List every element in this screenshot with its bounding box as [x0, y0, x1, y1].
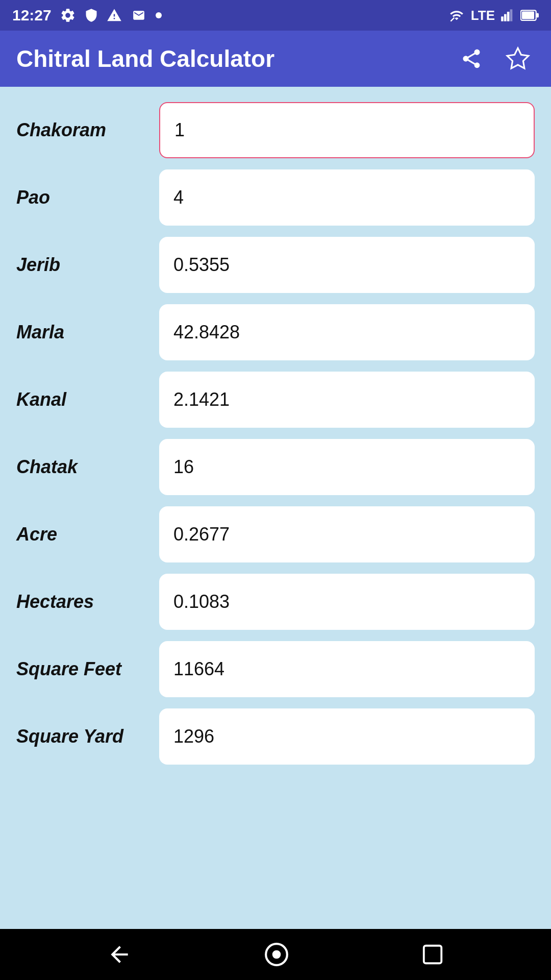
svg-point-9	[272, 950, 281, 959]
status-bar: 12:27	[0, 0, 551, 31]
field-row: Square Feet	[16, 641, 535, 697]
app-bar: Chitral Land Calculator	[0, 31, 551, 87]
field-row: Square Yard	[16, 708, 535, 765]
app-title: Chitral Land Calculator	[16, 45, 274, 72]
field-row: Chatak	[16, 439, 535, 495]
field-input-jerib[interactable]	[159, 237, 535, 293]
field-row: Chakoram	[16, 102, 535, 158]
bottom-nav	[0, 929, 551, 980]
field-label-jerib: Jerib	[16, 254, 159, 276]
field-label-hectares: Hectares	[16, 591, 159, 612]
field-input-marla[interactable]	[159, 304, 535, 360]
field-input-square-feet[interactable]	[159, 641, 535, 697]
svg-rect-6	[522, 12, 534, 19]
dot-icon	[156, 12, 162, 18]
field-input-pao[interactable]	[159, 169, 535, 226]
battery-icon	[520, 10, 539, 21]
share-button[interactable]	[456, 43, 487, 74]
star-icon	[505, 46, 531, 71]
field-label-chatak: Chatak	[16, 456, 159, 478]
share-icon	[460, 47, 483, 70]
app-bar-actions	[456, 42, 535, 76]
field-row: Acre	[16, 506, 535, 562]
svg-rect-3	[507, 12, 510, 21]
field-label-pao: Pao	[16, 187, 159, 208]
field-input-kanal[interactable]	[159, 372, 535, 428]
field-label-kanal: Kanal	[16, 389, 159, 410]
field-label-square-feet: Square Feet	[16, 658, 159, 680]
field-label-acre: Acre	[16, 524, 159, 545]
settings-icon	[60, 7, 76, 23]
field-label-square-yard: Square Yard	[16, 726, 159, 747]
recent-icon	[421, 943, 444, 966]
back-nav-button[interactable]	[102, 937, 137, 972]
svg-rect-2	[504, 14, 507, 21]
field-input-square-yard[interactable]	[159, 708, 535, 765]
field-row: Pao	[16, 169, 535, 226]
status-bar-right: LTE	[447, 8, 539, 23]
field-row: Kanal	[16, 372, 535, 428]
field-row: Marla	[16, 304, 535, 360]
field-input-hectares[interactable]	[159, 574, 535, 630]
status-bar-left: 12:27	[12, 7, 162, 24]
field-row: Hectares	[16, 574, 535, 630]
content-area: ChakoramPaoJeribMarlaKanalChatakAcreHect…	[0, 87, 551, 929]
signal-icon	[500, 8, 515, 22]
shield-icon	[84, 7, 98, 23]
field-row: Jerib	[16, 237, 535, 293]
svg-rect-1	[501, 16, 504, 21]
field-input-chatak[interactable]	[159, 439, 535, 495]
lte-label: LTE	[471, 8, 495, 23]
home-nav-button[interactable]	[259, 937, 294, 972]
field-input-chakoram[interactable]	[159, 102, 535, 158]
svg-rect-4	[510, 9, 513, 21]
alert-icon	[107, 8, 122, 23]
svg-line-0	[450, 18, 454, 21]
wifi-icon	[447, 8, 466, 22]
home-icon	[264, 942, 289, 967]
svg-rect-7	[537, 13, 539, 18]
field-label-chakoram: Chakoram	[16, 119, 159, 141]
status-time: 12:27	[12, 7, 52, 24]
field-input-acre[interactable]	[159, 506, 535, 562]
field-label-marla: Marla	[16, 322, 159, 343]
favorite-button[interactable]	[501, 42, 535, 76]
recent-nav-button[interactable]	[416, 938, 449, 971]
back-icon	[107, 942, 132, 967]
svg-rect-10	[424, 946, 442, 964]
email-icon	[130, 9, 147, 22]
